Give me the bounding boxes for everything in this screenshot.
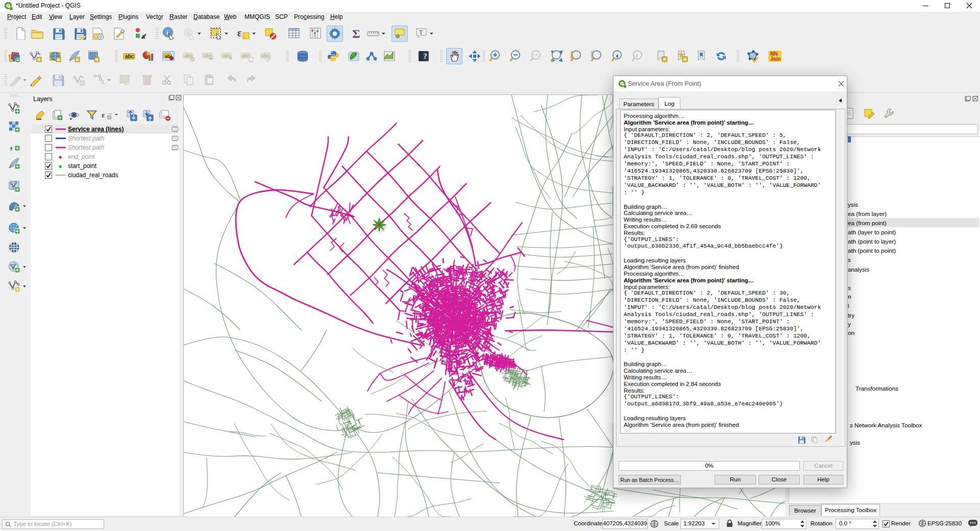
svg-text:i: i [166, 29, 168, 36]
svg-text:1:1: 1:1 [533, 53, 538, 57]
svg-text:abc: abc [204, 53, 212, 58]
svg-text:abc: abc [125, 54, 134, 59]
svg-text:Σ: Σ [352, 27, 360, 40]
svg-text:abc: abc [262, 53, 270, 58]
svg-text:abc: abc [223, 53, 231, 58]
svg-text:ε: ε [102, 111, 105, 119]
svg-text:Join: Join [770, 56, 781, 62]
svg-text:ε: ε [237, 27, 242, 38]
svg-text:a: a [141, 33, 145, 40]
svg-text:abc: abc [242, 53, 250, 58]
svg-text:T: T [419, 29, 423, 36]
svg-text:,: , [10, 138, 13, 151]
svg-text:?: ? [424, 53, 427, 60]
